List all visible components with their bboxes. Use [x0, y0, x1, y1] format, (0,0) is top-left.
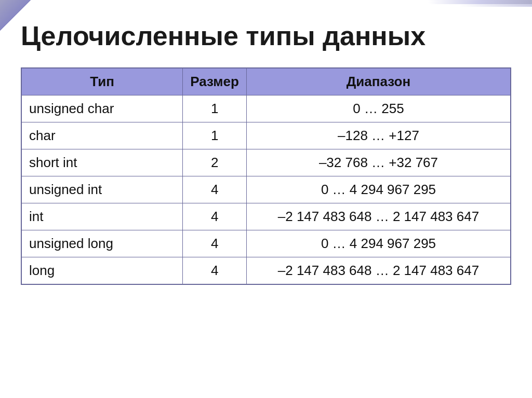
table-row: int4–2 147 483 648 … 2 147 483 647: [21, 203, 511, 230]
cell-type: char: [21, 122, 183, 149]
table-row: short int2–32 768 … +32 767: [21, 149, 511, 176]
cell-range: 0 … 255: [246, 95, 511, 122]
cell-type: unsigned int: [21, 176, 183, 203]
page-title: Целочисленные типы данных: [21, 21, 511, 52]
table-row: unsigned int40 … 4 294 967 295: [21, 176, 511, 203]
cell-type: long: [21, 257, 183, 284]
cell-size: 4: [183, 203, 247, 230]
table-row: unsigned char10 … 255: [21, 95, 511, 122]
cell-range: –2 147 483 648 … 2 147 483 647: [246, 203, 511, 230]
header-range: Диапазон: [246, 68, 511, 95]
cell-range: 0 … 4 294 967 295: [246, 176, 511, 203]
table-header-row: Тип Размер Диапазон: [21, 68, 511, 95]
cell-range: –128 … +127: [246, 122, 511, 149]
cell-type: short int: [21, 149, 183, 176]
header-size: Размер: [183, 68, 247, 95]
table-row: unsigned long40 … 4 294 967 295: [21, 230, 511, 257]
page-content: Целочисленные типы данных Тип Размер Диа…: [0, 0, 532, 398]
cell-type: unsigned long: [21, 230, 183, 257]
cell-range: –2 147 483 648 … 2 147 483 647: [246, 257, 511, 284]
cell-size: 4: [183, 230, 247, 257]
data-types-table: Тип Размер Диапазон unsigned char10 … 25…: [21, 67, 511, 285]
cell-range: –32 768 … +32 767: [246, 149, 511, 176]
header-type: Тип: [21, 68, 183, 95]
cell-size: 2: [183, 149, 247, 176]
cell-type: int: [21, 203, 183, 230]
table-row: long4–2 147 483 648 … 2 147 483 647: [21, 257, 511, 284]
cell-type: unsigned char: [21, 95, 183, 122]
cell-size: 4: [183, 257, 247, 284]
cell-size: 4: [183, 176, 247, 203]
cell-size: 1: [183, 122, 247, 149]
cell-size: 1: [183, 95, 247, 122]
table-row: char1–128 … +127: [21, 122, 511, 149]
cell-range: 0 … 4 294 967 295: [246, 230, 511, 257]
